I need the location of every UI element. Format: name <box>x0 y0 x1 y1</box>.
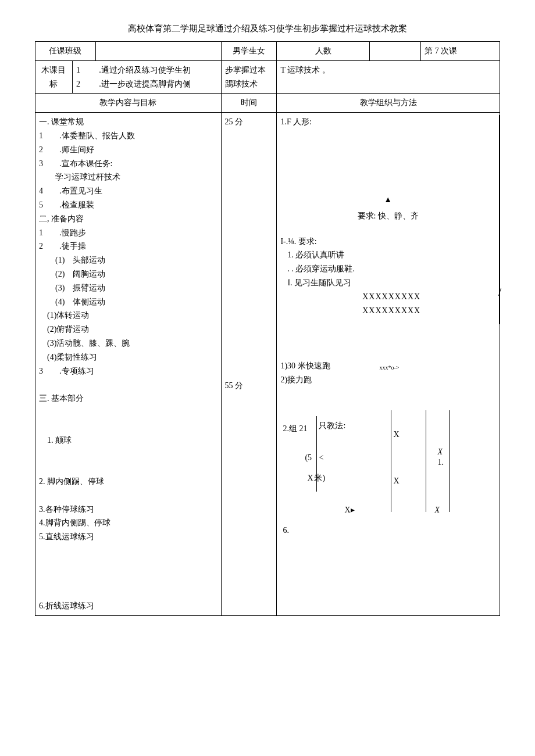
time-column: 25 分 55 分 <box>221 113 277 616</box>
formation-line1: 1.F 人形: <box>280 115 495 129</box>
time-2: 55 分 <box>225 379 273 393</box>
lesson-number: 第 7 次课 <box>421 42 500 61</box>
gender-label: 男学生女 <box>221 42 277 61</box>
x-italic-2: X <box>434 503 440 517</box>
req-item-1: 1. 必须认真听讲 <box>287 248 495 262</box>
sprint-2: 2)接力跑 <box>280 373 496 387</box>
goal-text-1: .通过介绍及练习使学生初.进一步改进提高脚背内侧 <box>95 60 221 94</box>
paren-5: (5 <box>305 451 312 465</box>
count-label: 人数 <box>277 42 370 61</box>
col-header-right: 教学组织与方法 <box>277 94 500 113</box>
slash-mark: / <box>498 284 501 302</box>
group-label: 2.组 21 <box>283 422 307 436</box>
meter-label: 米) <box>314 471 325 485</box>
page-title: 高校体育第二学期足球通过介绍及练习使学生初步掌握过杆运球技术教案 <box>35 23 500 34</box>
goal-nums: 12 <box>72 60 95 94</box>
col-header-time: 时间 <box>221 94 277 113</box>
count-value <box>370 42 421 61</box>
lt-symbol: < <box>319 451 323 465</box>
content-left: 一. 课堂常规 1 .体委整队、报告人数 2 .师生间好 3 .宣布本课任务: … <box>35 113 222 616</box>
requirement-head: I-.⅛. 要求: <box>280 235 495 249</box>
num-1: 1. <box>437 456 444 470</box>
tiny-marks: xxx*o-> <box>379 363 399 372</box>
goal-label: 木课目标 <box>35 60 73 94</box>
triangle-icon: ▲ <box>280 193 495 207</box>
goal-text-3: T 运球技术 。 <box>277 60 500 94</box>
diagram: 2.组 21 只教法: (5 < X 米) X▸ X X X 1. X <box>280 387 496 538</box>
requirement-1: 要求: 快、静、齐 <box>280 209 495 223</box>
x-row-2: XXXXXXXXX <box>287 304 495 318</box>
x-pointer: X▸ <box>344 503 354 517</box>
x-mark-b: X <box>393 428 399 442</box>
x-mark-c: X <box>393 474 399 488</box>
num-6: 6. <box>283 524 289 538</box>
goal-text-2: 步掌握过本踢球技术 <box>221 60 277 94</box>
teach-method: 只教法: <box>319 419 345 433</box>
col-header-left: 教学内容与目标 <box>35 94 222 113</box>
class-value <box>95 42 221 61</box>
formation-box: 1.F 人形: ▲ 要求: 快、静、齐 I-.⅛. 要求: 1. 必须认真听讲 … <box>280 115 500 324</box>
req-item-2: . . 必须穿运动服鞋. <box>287 262 495 276</box>
req-item-3: I. 见习生随队见习 <box>287 276 495 290</box>
class-label: 任课班级 <box>35 42 96 61</box>
time-1: 25 分 <box>225 115 273 129</box>
x-mark-a: X <box>307 471 313 485</box>
content-right: 1.F 人形: ▲ 要求: 快、静、齐 I-.⅛. 要求: 1. 必须认真听讲 … <box>277 113 500 616</box>
x-row-1: XXXXXXXXX <box>287 290 495 304</box>
lesson-table: 任课班级 男学生女 人数 第 7 次课 木课目标 12 .通过介绍及练习使学生初… <box>35 41 500 616</box>
